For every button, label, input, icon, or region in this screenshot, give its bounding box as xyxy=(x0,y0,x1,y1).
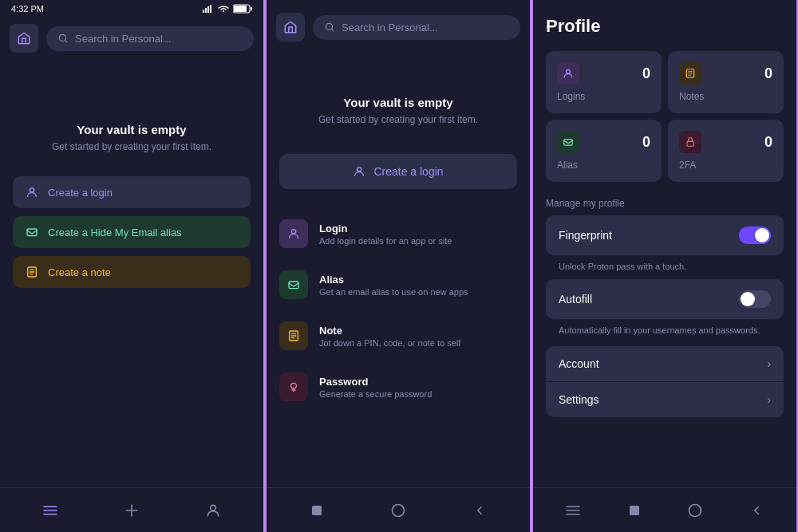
stat-card-notes[interactable]: 0 Notes xyxy=(668,51,784,113)
home-button-2[interactable] xyxy=(276,13,305,41)
stat-card-2fa[interactable]: 0 2FA xyxy=(668,120,784,182)
create-alias-label-1: Create a Hide My Email alias xyxy=(48,227,182,238)
password-menu-text: Password Generate a secure password xyxy=(319,376,432,399)
create-login-button-2[interactable]: Create a login xyxy=(279,154,517,189)
stat-top-logins: 0 xyxy=(557,62,650,85)
nav-back-btn-3[interactable] xyxy=(744,498,769,523)
svg-point-24 xyxy=(393,504,405,516)
nav-circle-btn-3[interactable] xyxy=(682,498,708,523)
note-menu-title: Note xyxy=(319,325,460,337)
stat-card-alias[interactable]: 0 Alias xyxy=(546,120,662,182)
account-label: Account xyxy=(559,357,599,370)
alias-menu-text: Alias Get an email alias to use on new a… xyxy=(319,274,468,297)
create-note-button-1[interactable]: Create a note xyxy=(13,256,251,288)
stat-card-logins[interactable]: 0 Logins xyxy=(546,51,662,113)
notes-count: 0 xyxy=(764,65,772,82)
account-row[interactable]: Account › xyxy=(546,346,784,381)
person-icon-2 xyxy=(353,165,365,178)
svg-rect-2 xyxy=(207,6,209,13)
svg-rect-20 xyxy=(289,282,298,289)
twofa-stat-icon xyxy=(679,131,701,153)
nav-links-card: Account › Settings › xyxy=(546,346,784,417)
svg-rect-3 xyxy=(210,5,211,13)
menu-item-password[interactable]: Password Generate a secure password xyxy=(267,361,530,412)
svg-point-18 xyxy=(358,167,361,171)
svg-point-8 xyxy=(30,188,34,192)
status-bar: 4:32 PM xyxy=(0,0,263,18)
home-icon-2 xyxy=(283,20,298,34)
nav-circle-btn-2[interactable] xyxy=(385,498,411,523)
back-icon-3 xyxy=(749,503,764,518)
wifi-icon xyxy=(217,5,230,13)
alias-menu-svg xyxy=(287,278,300,291)
nav-list-btn-1[interactable] xyxy=(38,498,63,523)
note-menu-svg xyxy=(287,329,300,342)
login-menu-text: Login Add login details for an app or si… xyxy=(319,223,452,246)
autofill-toggle[interactable] xyxy=(739,290,771,308)
bottom-nav-2 xyxy=(267,487,530,532)
password-menu-svg xyxy=(287,380,300,393)
nav-add-btn-1[interactable] xyxy=(119,498,144,523)
autofill-desc: Automatically fill in your usernames and… xyxy=(546,325,784,343)
home-icon xyxy=(17,31,31,45)
stat-top-notes: 0 xyxy=(679,62,772,85)
settings-label: Settings xyxy=(559,393,599,406)
nav-profile-btn-1[interactable] xyxy=(200,498,226,523)
status-icons xyxy=(203,4,252,14)
action-buttons-1: Create a login Create a Hide My Email al… xyxy=(0,176,263,288)
profile-icon-1 xyxy=(205,502,221,518)
alias-stat-svg xyxy=(563,136,574,148)
nav-stop-btn-2[interactable] xyxy=(304,498,330,523)
settings-row[interactable]: Settings › xyxy=(546,381,784,417)
search-bar-2[interactable]: Search in Personal... xyxy=(313,15,520,40)
create-login-label-1: Create a login xyxy=(48,187,113,199)
svg-rect-6 xyxy=(251,7,252,11)
menu-item-login[interactable]: Login Add login details for an app or si… xyxy=(267,208,530,259)
empty-vault-subtitle-2: Get started by creating your first item. xyxy=(279,114,517,125)
twofa-label: 2FA xyxy=(679,160,772,171)
create-alias-button-1[interactable]: Create a Hide My Email alias xyxy=(13,216,251,248)
search-placeholder-2: Search in Personal... xyxy=(342,22,438,33)
fingerprint-desc: Unlock Proton pass with a touch. xyxy=(546,262,784,279)
alias-menu-desc: Get an email alias to use on new apps xyxy=(319,287,468,297)
svg-rect-23 xyxy=(312,506,322,515)
svg-rect-28 xyxy=(687,141,693,146)
alias-menu-title: Alias xyxy=(319,274,468,286)
settings-chevron: › xyxy=(767,393,771,406)
nav-add-btn-3[interactable] xyxy=(622,498,647,523)
create-login-label-2: Create a login xyxy=(373,165,443,178)
login-stat-icon xyxy=(557,62,579,85)
panel-3: Profile 0 Logins xyxy=(533,0,796,532)
fingerprint-toggle[interactable] xyxy=(739,227,771,244)
create-login-button-1[interactable]: Create a login xyxy=(13,176,251,208)
logins-label: Logins xyxy=(557,91,650,102)
empty-vault-2: Your vault is empty Get started by creat… xyxy=(267,48,530,141)
stat-top-alias: 0 xyxy=(557,131,650,153)
time: 4:32 PM xyxy=(11,4,44,14)
nav-back-btn-2[interactable] xyxy=(467,498,492,523)
autofill-row[interactable]: Autofill xyxy=(546,279,784,319)
lock-stat-icon xyxy=(685,136,696,148)
password-menu-desc: Generate a secure password xyxy=(319,389,432,399)
home-button-1[interactable] xyxy=(10,24,38,53)
menu-item-alias[interactable]: Alias Get an email alias to use on new a… xyxy=(267,259,530,310)
nav-list-btn-3[interactable] xyxy=(560,498,586,523)
svg-point-16 xyxy=(211,505,216,510)
svg-rect-0 xyxy=(203,10,204,13)
login-menu-title: Login xyxy=(319,223,452,234)
alias-menu-icon xyxy=(279,270,308,299)
stop-icon-2 xyxy=(310,503,324,518)
list-icon-3 xyxy=(565,504,581,517)
profile-title: Profile xyxy=(533,0,796,45)
menu-item-note[interactable]: Note Jot down a PIN, code, or note to se… xyxy=(267,310,530,361)
autofill-label: Autofill xyxy=(559,293,592,305)
stat-top-2fa: 0 xyxy=(679,131,772,153)
fingerprint-row[interactable]: Fingerprint xyxy=(546,215,784,255)
svg-rect-1 xyxy=(205,8,207,13)
search-bar-1[interactable]: Search in Personal... xyxy=(46,26,254,51)
password-menu-title: Password xyxy=(319,376,432,388)
svg-point-33 xyxy=(689,504,701,516)
stats-grid: 0 Logins 0 Notes xyxy=(533,45,796,188)
login-menu-icon xyxy=(279,219,308,248)
circle-icon-3 xyxy=(687,502,703,518)
